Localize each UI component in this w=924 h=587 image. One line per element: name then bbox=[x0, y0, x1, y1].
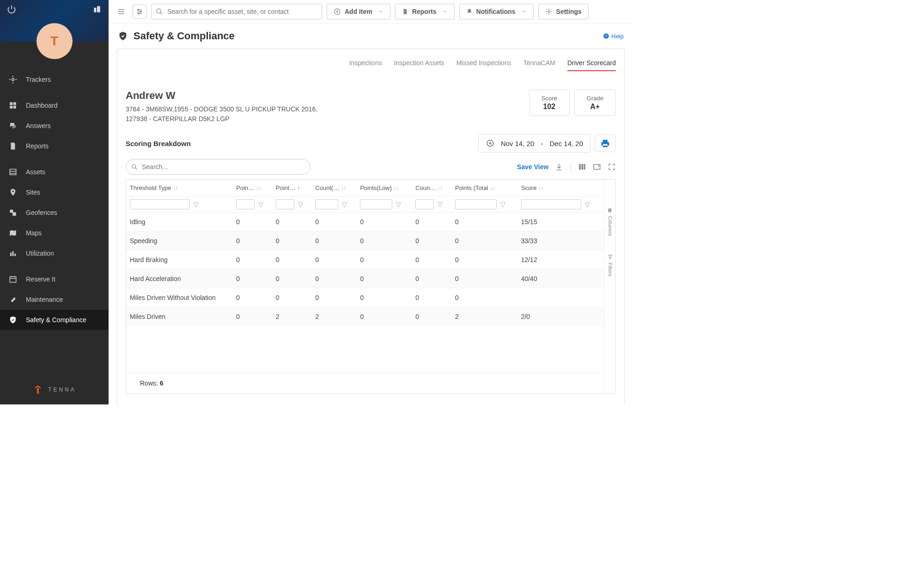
col-points-high[interactable]: Poin…↓↑ bbox=[232, 180, 272, 196]
funnel-icon[interactable]: ▽ bbox=[258, 201, 263, 208]
save-view-button[interactable]: Save View bbox=[517, 163, 548, 171]
filter-input[interactable] bbox=[315, 199, 338, 209]
funnel-icon[interactable]: ▽ bbox=[585, 201, 590, 208]
print-button[interactable] bbox=[595, 135, 616, 152]
filter-input[interactable] bbox=[360, 199, 392, 209]
col-count-high[interactable]: Count(…↓↑ bbox=[311, 180, 356, 196]
table-cell: Hard Braking bbox=[126, 251, 232, 269]
search-input[interactable] bbox=[151, 4, 322, 19]
sidebar-item-safety[interactable]: Safety & Compliance bbox=[0, 310, 109, 330]
settings-button[interactable]: Settings bbox=[538, 4, 589, 19]
tab-driver-scorecard[interactable]: Driver Scorecard bbox=[567, 59, 616, 71]
col-count-low[interactable]: Coun…↓↑ bbox=[412, 180, 451, 196]
sidebar-item-trackers[interactable]: Trackers bbox=[0, 69, 109, 90]
tune-icon[interactable] bbox=[133, 5, 146, 18]
sidebar-item-label: Reports bbox=[26, 142, 49, 150]
sidebar-item-answers[interactable]: Answers bbox=[0, 116, 109, 136]
sidebar-item-dashboard[interactable]: Dashboard bbox=[0, 95, 109, 116]
fullscreen-icon[interactable] bbox=[608, 163, 616, 171]
side-tab-filters[interactable]: Filters bbox=[608, 254, 613, 276]
filter-input[interactable] bbox=[130, 199, 190, 209]
columns-icon[interactable] bbox=[578, 163, 586, 171]
score-card: Score 102 bbox=[529, 90, 570, 116]
sidebar-item-maps[interactable]: Maps bbox=[0, 223, 109, 243]
tabs: Inspections Inspection Assets Missed Ins… bbox=[126, 59, 616, 71]
pin-icon bbox=[8, 188, 18, 197]
svg-rect-45 bbox=[582, 164, 584, 170]
svg-rect-7 bbox=[13, 106, 16, 109]
sidebar-item-geofences[interactable]: Geofences bbox=[0, 202, 109, 223]
help-link[interactable]: ? Help bbox=[603, 33, 624, 40]
tab-tennacam[interactable]: TennaCAM bbox=[523, 59, 555, 71]
funnel-icon[interactable]: ▽ bbox=[500, 201, 505, 208]
filter-row: ▽ ▽ ▽ ▽ ▽ ▽ ▽ ▽ bbox=[126, 196, 604, 213]
table-row[interactable]: Speeding00000033/33 bbox=[126, 232, 604, 251]
table-cell: 0 bbox=[451, 288, 517, 307]
table-cell: 0 bbox=[356, 288, 412, 307]
svg-rect-1 bbox=[94, 8, 96, 12]
sidebar-item-label: Maps bbox=[26, 229, 42, 237]
funnel-icon[interactable]: ▽ bbox=[194, 201, 199, 208]
sidebar-item-sites[interactable]: Sites bbox=[0, 182, 109, 202]
driver-name: Andrew W bbox=[126, 90, 317, 102]
table-search-input[interactable] bbox=[126, 159, 310, 175]
chevron-down-icon bbox=[378, 9, 383, 14]
avatar[interactable]: T bbox=[36, 23, 73, 59]
svg-point-29 bbox=[140, 11, 141, 12]
building-icon[interactable] bbox=[92, 5, 102, 14]
col-points-med[interactable]: Point…↑ bbox=[272, 180, 312, 196]
svg-point-31 bbox=[157, 9, 161, 13]
col-threshold[interactable]: Threshold Type↓↑ bbox=[126, 180, 232, 196]
filter-input[interactable] bbox=[415, 199, 434, 209]
sidebar-item-assets[interactable]: Assets bbox=[0, 162, 109, 182]
sidebar-item-reports[interactable]: Reports bbox=[0, 136, 109, 156]
svg-rect-16 bbox=[14, 254, 16, 256]
date-range-picker[interactable]: Nov 14, 20 - Dec 14, 20 bbox=[478, 134, 591, 153]
table-row[interactable]: Miles Driven0220022/0 bbox=[126, 307, 604, 326]
table-cell: 0 bbox=[412, 269, 451, 288]
table-row[interactable]: Miles Driven Without Violation000000 bbox=[126, 288, 604, 307]
notifications-button[interactable]: Notifications bbox=[459, 4, 534, 19]
table-cell: 0 bbox=[412, 232, 451, 251]
table-cell: Idling bbox=[126, 213, 232, 232]
tab-inspections[interactable]: Inspections bbox=[349, 59, 382, 71]
shield-icon bbox=[8, 315, 18, 324]
funnel-icon[interactable]: ▽ bbox=[396, 201, 401, 208]
tab-inspection-assets[interactable]: Inspection Assets bbox=[394, 59, 444, 71]
chevron-down-icon bbox=[521, 9, 527, 14]
sidebar-item-utilization[interactable]: Utilization bbox=[0, 243, 109, 263]
funnel-icon[interactable]: ▽ bbox=[342, 201, 347, 208]
col-score[interactable]: Score↓↑ bbox=[517, 180, 604, 196]
sidebar-item-maintenance[interactable]: Maintenance bbox=[0, 289, 109, 310]
density-icon[interactable] bbox=[593, 163, 601, 171]
funnel-icon[interactable]: ▽ bbox=[298, 201, 303, 208]
table-row[interactable]: Hard Acceleration00000040/40 bbox=[126, 269, 604, 288]
sidebar-item-label: Utilization bbox=[26, 250, 54, 257]
download-icon[interactable] bbox=[555, 163, 563, 171]
header-row: Threshold Type↓↑ Poin…↓↑ Point…↑ Count(…… bbox=[126, 180, 604, 196]
columns-icon bbox=[608, 208, 613, 213]
filter-input[interactable] bbox=[276, 199, 294, 209]
hamburger-icon[interactable] bbox=[114, 5, 128, 18]
filter-input[interactable] bbox=[521, 199, 581, 209]
power-icon[interactable] bbox=[7, 5, 16, 14]
svg-point-42 bbox=[132, 165, 136, 168]
svg-rect-44 bbox=[579, 164, 581, 170]
reports-button[interactable]: Reports bbox=[395, 4, 455, 19]
side-tab-columns[interactable]: Columns bbox=[608, 208, 613, 236]
tab-missed-inspections[interactable]: Missed Inspections bbox=[456, 59, 511, 71]
col-points-low[interactable]: Points(Low)↓↑ bbox=[356, 180, 412, 196]
funnel-icon[interactable]: ▽ bbox=[438, 201, 443, 208]
col-points-total[interactable]: Points (Total↓↑ bbox=[451, 180, 517, 196]
table-row[interactable]: Hard Braking00000012/12 bbox=[126, 251, 604, 269]
add-item-button[interactable]: Add Item bbox=[327, 4, 390, 19]
table-cell: 0 bbox=[272, 269, 312, 288]
table-cell: Miles Driven Without Violation bbox=[126, 288, 232, 307]
shapes-icon bbox=[8, 208, 18, 217]
filter-input[interactable] bbox=[236, 199, 255, 209]
table-row[interactable]: Idling00000015/15 bbox=[126, 213, 604, 232]
sidebar-item-reserve[interactable]: Reserve It bbox=[0, 269, 109, 289]
filter-input[interactable] bbox=[455, 199, 497, 209]
svg-rect-2 bbox=[97, 6, 100, 12]
table-search bbox=[126, 159, 310, 175]
